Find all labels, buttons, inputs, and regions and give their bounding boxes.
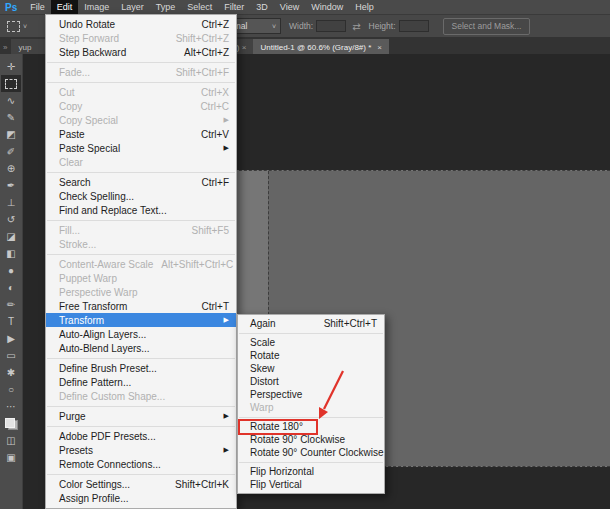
tab-label-fragment: yup bbox=[18, 43, 31, 52]
height-label: Height: bbox=[369, 21, 396, 31]
transform-submenu: AgainShift+Ctrl+TScaleRotateSkewDistortP… bbox=[237, 314, 385, 494]
menu-separator bbox=[47, 254, 235, 255]
menu-help[interactable]: Help bbox=[349, 0, 380, 14]
chevron-down-icon: ˅ bbox=[23, 23, 27, 30]
menu-item-rotate-180[interactable]: Rotate 180° bbox=[238, 420, 384, 433]
menu-item-copy-special: Copy Special▶ bbox=[46, 113, 236, 127]
menu-item-content-aware-scale: Content-Aware ScaleAlt+Shift+Ctrl+C bbox=[46, 257, 236, 271]
menu-item-again[interactable]: AgainShift+Ctrl+T bbox=[238, 317, 384, 330]
menu-item-copy: CopyCtrl+C bbox=[46, 99, 236, 113]
submenu-arrow-icon: ▶ bbox=[224, 412, 229, 420]
eyedropper-tool[interactable]: ✐ bbox=[1, 143, 21, 160]
path-selection-tool[interactable]: ▶ bbox=[1, 330, 21, 347]
quick-mask-button[interactable]: ◫ bbox=[1, 432, 21, 449]
clone-stamp-tool[interactable]: ⊥ bbox=[1, 194, 21, 211]
menu-item-define-pattern[interactable]: Define Pattern... bbox=[46, 375, 236, 389]
menu-item-undo-rotate[interactable]: Undo RotateCtrl+Z bbox=[46, 17, 236, 31]
menu-item-assign-profile[interactable]: Assign Profile... bbox=[46, 491, 236, 505]
photoshop-logo: Ps bbox=[0, 2, 24, 13]
menu-image[interactable]: Image bbox=[78, 0, 115, 14]
edit-menu-dropdown: Undo RotateCtrl+ZStep ForwardShift+Ctrl+… bbox=[45, 14, 237, 509]
menu-edit[interactable]: Edit bbox=[51, 0, 79, 14]
hand-tool[interactable]: ✱ bbox=[1, 364, 21, 381]
crop-tool[interactable]: ◩ bbox=[1, 126, 21, 143]
submenu-arrow-icon: ▶ bbox=[224, 446, 229, 454]
move-tool[interactable]: ✛ bbox=[1, 58, 21, 75]
zoom-tool[interactable]: ○ bbox=[1, 381, 21, 398]
menu-item-paste-special[interactable]: Paste Special▶ bbox=[46, 141, 236, 155]
gradient-tool[interactable]: ◧ bbox=[1, 245, 21, 262]
menu-layer[interactable]: Layer bbox=[115, 0, 150, 14]
menu-item-flip-horizontal[interactable]: Flip Horizontal bbox=[238, 465, 384, 478]
menu-item-fade: Fade...Shift+Ctrl+F bbox=[46, 65, 236, 79]
menu-item-transform[interactable]: Transform▶ bbox=[46, 313, 236, 327]
pen-tool[interactable]: ✏ bbox=[1, 296, 21, 313]
menu-item-paste[interactable]: PasteCtrl+V bbox=[46, 127, 236, 141]
menu-item-rotate[interactable]: Rotate bbox=[238, 349, 384, 362]
menubar: Ps FileEditImageLayerTypeSelectFilter3DV… bbox=[0, 0, 610, 15]
height-input[interactable] bbox=[399, 20, 429, 32]
type-tool[interactable]: T bbox=[1, 313, 21, 330]
link-dimensions-icon[interactable]: ⇄ bbox=[352, 21, 360, 32]
select-and-mask-button[interactable]: Select and Mask... bbox=[443, 18, 531, 35]
menu-item-presets[interactable]: Presets▶ bbox=[46, 443, 236, 457]
menu-item-step-forward: Step ForwardShift+Ctrl+Z bbox=[46, 31, 236, 45]
menu-item-perspective-warp: Perspective Warp bbox=[46, 285, 236, 299]
menu-item-free-transform[interactable]: Free TransformCtrl+T bbox=[46, 299, 236, 313]
quick-selection-tool[interactable]: ✎ bbox=[1, 109, 21, 126]
history-brush-tool[interactable]: ↺ bbox=[1, 211, 21, 228]
menu-item-define-custom-shape: Define Custom Shape... bbox=[46, 389, 236, 403]
eraser-tool[interactable]: ◪ bbox=[1, 228, 21, 245]
edit-toolbar-button[interactable]: ⋯ bbox=[1, 398, 21, 415]
menu-item-purge[interactable]: Purge▶ bbox=[46, 409, 236, 423]
submenu-arrow-icon: ▶ bbox=[224, 116, 229, 124]
menu-item-define-brush-preset[interactable]: Define Brush Preset... bbox=[46, 361, 236, 375]
menu-item-adobe-pdf-presets[interactable]: Adobe PDF Presets... bbox=[46, 429, 236, 443]
menu-item-find-and-replace-text[interactable]: Find and Replace Text... bbox=[46, 203, 236, 217]
lasso-tool[interactable]: ∿ bbox=[1, 92, 21, 109]
blur-tool[interactable]: ● bbox=[1, 262, 21, 279]
menu-item-skew[interactable]: Skew bbox=[238, 362, 384, 375]
menu-item-check-spelling[interactable]: Check Spelling... bbox=[46, 189, 236, 203]
menu-item-puppet-warp: Puppet Warp bbox=[46, 271, 236, 285]
dodge-tool[interactable]: ◐ bbox=[1, 279, 21, 296]
close-icon[interactable]: × bbox=[242, 43, 247, 52]
menu-type[interactable]: Type bbox=[150, 0, 182, 14]
menu-item-search[interactable]: SearchCtrl+F bbox=[46, 175, 236, 189]
menu-item-warp: Warp bbox=[238, 401, 384, 414]
menu-item-distort[interactable]: Distort bbox=[238, 375, 384, 388]
foreground-background-swatches[interactable] bbox=[1, 415, 21, 432]
menu-filter[interactable]: Filter bbox=[218, 0, 250, 14]
menu-item-flip-vertical[interactable]: Flip Vertical bbox=[238, 478, 384, 491]
menu-item-auto-align-layers[interactable]: Auto-Align Layers... bbox=[46, 327, 236, 341]
color-swatches-icon bbox=[5, 418, 18, 430]
menu-item-remote-connections[interactable]: Remote Connections... bbox=[46, 457, 236, 471]
menu-window[interactable]: Window bbox=[305, 0, 349, 14]
tool-preset-picker[interactable]: ˅ bbox=[7, 21, 27, 32]
menu-file[interactable]: File bbox=[24, 0, 51, 14]
menu-item-stroke: Stroke... bbox=[46, 237, 236, 251]
menu-view[interactable]: View bbox=[274, 0, 305, 14]
brush-tool[interactable]: ✒ bbox=[1, 177, 21, 194]
healing-brush-tool[interactable]: ⊕ bbox=[1, 160, 21, 177]
menu-item-color-settings[interactable]: Color Settings...Shift+Ctrl+K bbox=[46, 477, 236, 491]
menu-item-scale[interactable]: Scale bbox=[238, 336, 384, 349]
menu-3d[interactable]: 3D bbox=[250, 0, 274, 14]
menu-item-rotate-90-counter-clockwise[interactable]: Rotate 90° Counter Clockwise bbox=[238, 446, 384, 459]
menu-separator bbox=[47, 220, 235, 221]
menu-item-step-backward[interactable]: Step BackwardAlt+Ctrl+Z bbox=[46, 45, 236, 59]
width-input[interactable] bbox=[316, 20, 346, 32]
rectangular-marquee-tool[interactable] bbox=[1, 75, 21, 92]
menu-item-fill: Fill...Shift+F5 bbox=[46, 223, 236, 237]
menu-item-perspective[interactable]: Perspective bbox=[238, 388, 384, 401]
menu-item-auto-blend-layers[interactable]: Auto-Blend Layers... bbox=[46, 341, 236, 355]
screen-mode-button[interactable]: ▣ bbox=[1, 449, 21, 466]
marquee-icon bbox=[5, 79, 17, 89]
submenu-arrow-icon: ▶ bbox=[224, 316, 229, 324]
menu-separator bbox=[239, 333, 383, 334]
menu-select[interactable]: Select bbox=[181, 0, 218, 14]
menu-separator bbox=[47, 406, 235, 407]
shape-tool[interactable]: ▭ bbox=[1, 347, 21, 364]
close-icon[interactable]: × bbox=[377, 43, 382, 52]
menu-item-rotate-90-clockwise[interactable]: Rotate 90° Clockwise bbox=[238, 433, 384, 446]
